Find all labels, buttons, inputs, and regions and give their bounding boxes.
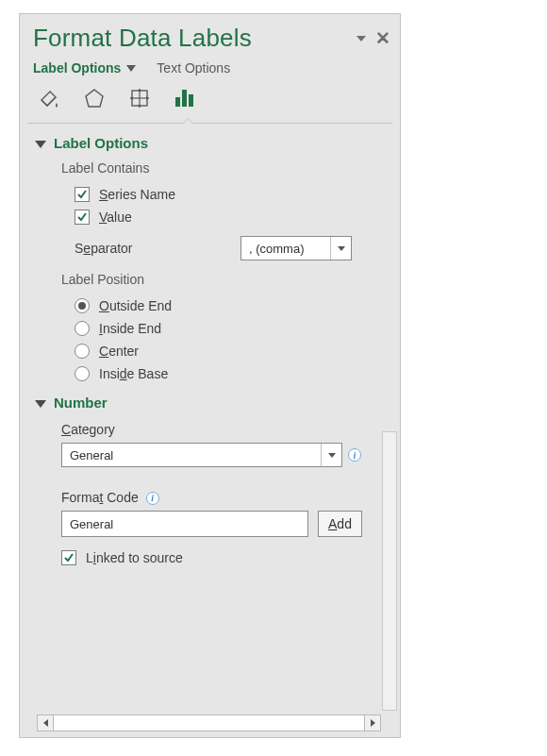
category-dropdown[interactable]: General xyxy=(61,443,342,467)
scroll-right-icon[interactable] xyxy=(364,714,381,731)
radio-center[interactable]: Center xyxy=(20,340,400,362)
radio-label: Center xyxy=(99,344,139,359)
section-label-options[interactable]: Label Options xyxy=(20,133,400,157)
checkbox-label: Linked to source xyxy=(86,550,183,565)
checkbox-icon xyxy=(75,187,90,202)
scroll-thumb[interactable] xyxy=(382,555,397,612)
header-controls: ✕ xyxy=(356,29,390,47)
radio-icon xyxy=(75,321,90,336)
radio-label: Outside End xyxy=(99,298,172,313)
svg-rect-4 xyxy=(175,97,180,107)
effects-icon[interactable] xyxy=(80,85,108,111)
separator-row: Separator , (comma) xyxy=(20,228,400,268)
tab-row: Label Options Text Options xyxy=(20,59,400,83)
scroll-area: Label Options Label Contains Series Name… xyxy=(20,124,400,737)
add-button[interactable]: Add xyxy=(318,511,362,537)
format-code-input[interactable]: General xyxy=(61,511,308,537)
scroll-left-icon[interactable] xyxy=(37,714,54,731)
svg-rect-5 xyxy=(182,90,187,107)
checkbox-icon xyxy=(61,550,76,565)
vertical-scrollbar[interactable] xyxy=(382,431,397,711)
pane-header: Format Data Labels ✕ xyxy=(20,14,400,59)
checkbox-series-name[interactable]: Series Name xyxy=(20,183,400,206)
label-options-icon[interactable] xyxy=(171,85,199,111)
section-title: Label Options xyxy=(54,135,148,151)
section-number[interactable]: Number xyxy=(20,385,400,416)
pane-title: Format Data Labels xyxy=(33,24,389,53)
radio-icon xyxy=(75,366,90,381)
checkbox-label: Series Name xyxy=(99,187,175,202)
chevron-down-icon xyxy=(126,65,136,72)
svg-marker-0 xyxy=(86,90,103,107)
info-icon[interactable]: i xyxy=(146,492,159,505)
tab-label: Label Options xyxy=(33,60,121,76)
caret-expanded-icon xyxy=(35,400,46,408)
svg-rect-6 xyxy=(189,94,193,107)
tab-text-options[interactable]: Text Options xyxy=(157,60,230,76)
checkbox-value[interactable]: Value xyxy=(20,206,400,228)
checkbox-linked-to-source[interactable]: Linked to source xyxy=(20,546,400,569)
separator-label: Separator xyxy=(75,241,240,256)
task-pane-options-icon[interactable] xyxy=(356,36,366,42)
fill-line-icon[interactable] xyxy=(35,85,63,111)
tab-label-options[interactable]: Label Options xyxy=(33,60,136,76)
radio-label: Inside Base xyxy=(99,366,168,381)
dropdown-value: General xyxy=(62,448,321,462)
radio-outside-end[interactable]: Outside End xyxy=(20,294,400,317)
format-data-labels-pane: Format Data Labels ✕ Label Options Text … xyxy=(19,13,401,738)
horizontal-scrollbar[interactable] xyxy=(37,714,381,731)
format-code-label: Format Code i xyxy=(20,475,400,511)
chevron-down-icon xyxy=(330,237,351,260)
radio-label: Inside End xyxy=(99,321,161,336)
radio-icon xyxy=(75,298,90,313)
label-contains-heading: Label Contains xyxy=(20,157,400,183)
radio-icon xyxy=(75,344,90,359)
category-row: General i xyxy=(20,443,400,475)
size-properties-icon[interactable] xyxy=(125,85,154,111)
checkbox-label: Value xyxy=(99,210,132,225)
scroll-track[interactable] xyxy=(54,714,364,731)
chevron-down-icon xyxy=(321,444,341,466)
checkbox-icon xyxy=(75,210,90,225)
tab-label: Text Options xyxy=(157,60,230,76)
radio-inside-end[interactable]: Inside End xyxy=(20,317,400,340)
format-code-row: General Add xyxy=(20,511,400,546)
category-label: Category xyxy=(20,416,400,443)
section-title: Number xyxy=(54,395,108,411)
caret-expanded-icon xyxy=(35,141,46,148)
info-icon[interactable]: i xyxy=(348,448,361,462)
content: Label Options Label Contains Series Name… xyxy=(20,124,400,569)
close-icon[interactable]: ✕ xyxy=(375,29,390,47)
separator-dropdown[interactable]: , (comma) xyxy=(240,236,352,260)
radio-inside-base[interactable]: Inside Base xyxy=(20,362,400,385)
label-position-heading: Label Position xyxy=(20,268,400,294)
category-icon-row xyxy=(20,83,400,123)
dropdown-value: , (comma) xyxy=(241,242,330,256)
